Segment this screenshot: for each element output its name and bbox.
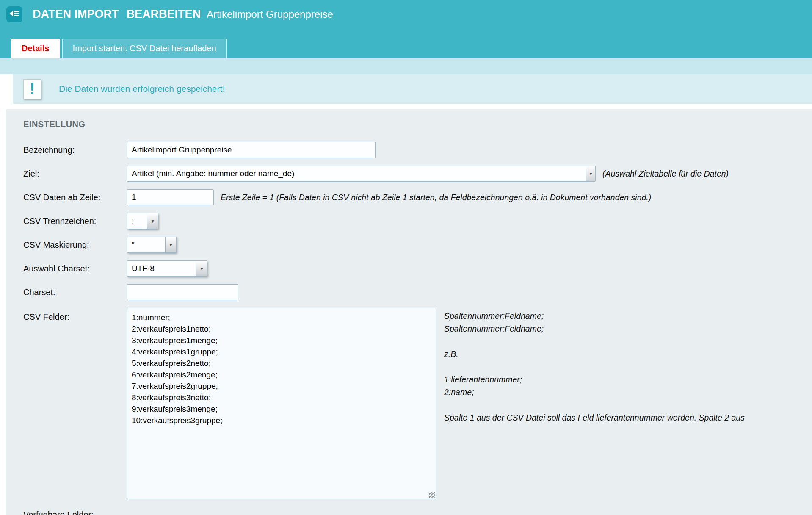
chevron-down-icon: [196, 261, 207, 276]
auswahl-charset-row: Auswahl Charset: UTF-8: [23, 260, 812, 277]
ziel-note: (Auswahl Zieltabelle für die Daten): [602, 169, 729, 179]
chevron-down-icon: [147, 213, 158, 229]
trennzeichen-select[interactable]: ;: [127, 213, 158, 229]
back-menu-icon: [9, 8, 19, 20]
bezeichnung-label: Bezeichnung:: [23, 145, 127, 155]
charset-row: Charset:: [23, 284, 812, 300]
trennzeichen-row: CSV Trennzeichen: ;: [23, 213, 812, 229]
trennzeichen-select-value: ;: [127, 213, 147, 229]
chevron-down-icon: [165, 237, 176, 252]
maskierung-select[interactable]: ": [127, 237, 177, 253]
page-mode: BEARBEITEN: [127, 8, 201, 21]
ziel-row: Ziel: Artikel (min. Angabe: nummer oder …: [23, 166, 812, 182]
chevron-down-icon: [586, 166, 595, 181]
charset-input[interactable]: [127, 284, 238, 300]
section-heading: EINSTELLUNG: [23, 119, 812, 129]
csv-felder-textarea-wrap: 1:nummer; 2:verkaufspreis1netto; 3:verka…: [127, 308, 436, 501]
csv-felder-textarea[interactable]: 1:nummer; 2:verkaufspreis1netto; 3:verka…: [127, 308, 436, 499]
header-strip: [0, 58, 812, 74]
bezeichnung-input[interactable]: [127, 142, 376, 158]
settings-panel: EINSTELLUNG Bezeichnung: Ziel: Artikel (…: [6, 109, 812, 515]
auswahl-charset-select[interactable]: UTF-8: [127, 260, 207, 277]
verfuegbare-felder-label: Verfügbare Felder:: [23, 510, 94, 515]
tab-import-start[interactable]: Import starten: CSV Datei heraufladen: [62, 39, 227, 58]
resize-handle[interactable]: [429, 492, 435, 498]
csv-start-row: CSV Daten ab Zeile: Erste Zeile = 1 (Fal…: [23, 189, 812, 205]
maskierung-label: CSV Maskierung:: [23, 240, 127, 250]
auswahl-charset-label: Auswahl Charset:: [23, 264, 127, 274]
bezeichnung-row: Bezeichnung:: [23, 142, 812, 158]
success-message: ! Die Daten wurden erfolgreich gespeiche…: [13, 74, 812, 104]
page-title: DATEN IMPORT: [33, 8, 119, 21]
back-button[interactable]: [6, 6, 22, 22]
success-message-text: Die Daten wurden erfolgreich gespeichert…: [59, 84, 225, 94]
auswahl-charset-select-value: UTF-8: [127, 261, 196, 276]
record-title: Artikelimport Gruppenpreise: [207, 8, 333, 20]
csv-start-label: CSV Daten ab Zeile:: [23, 193, 127, 202]
charset-label: Charset:: [23, 288, 127, 297]
ziel-select[interactable]: Artikel (min. Angabe: nummer oder name_d…: [127, 166, 596, 182]
csv-felder-label: CSV Felder:: [23, 308, 127, 322]
tab-details[interactable]: Details: [11, 39, 60, 58]
ziel-label: Ziel:: [23, 169, 127, 179]
exclamation-icon: !: [23, 79, 41, 99]
app-header: DATEN IMPORT BEARBEITEN Artikelimport Gr…: [0, 0, 812, 28]
csv-start-note: Erste Zeile = 1 (Falls Daten in CSV nich…: [221, 193, 651, 202]
csv-start-input[interactable]: [127, 189, 214, 205]
csv-felder-row: CSV Felder: 1:nummer; 2:verkaufspreis1ne…: [23, 308, 812, 501]
ziel-select-value: Artikel (min. Angabe: nummer oder name_d…: [127, 166, 586, 181]
trennzeichen-label: CSV Trennzeichen:: [23, 216, 127, 226]
csv-felder-help: Spaltennummer:Feldname; Spaltennummer:Fe…: [444, 308, 745, 424]
maskierung-row: CSV Maskierung: ": [23, 237, 812, 253]
maskierung-select-value: ": [127, 237, 165, 252]
tab-bar: Details Import starten: CSV Datei herauf…: [0, 28, 812, 58]
